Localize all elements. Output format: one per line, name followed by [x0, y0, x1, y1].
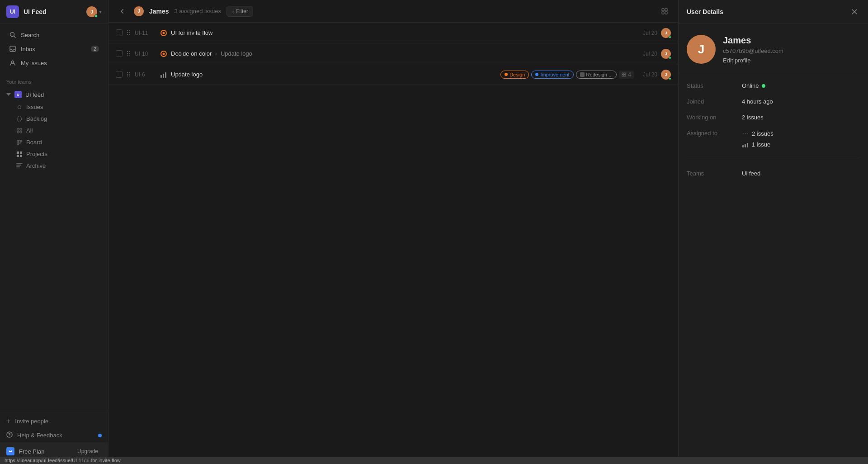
issue-tags: Design Improvement Redesign ... — [500, 71, 634, 79]
sidebar-item-archive[interactable]: Archive — [10, 160, 105, 171]
layout-toggle-button[interactable] — [658, 5, 671, 18]
chevron-down-icon — [6, 93, 11, 96]
svg-rect-17 — [665, 12, 667, 14]
sidebar-item-projects[interactable]: Projects — [10, 148, 105, 160]
status-progress-bar-icon[interactable] — [160, 71, 167, 78]
sidebar-item-search[interactable]: Search — [3, 28, 105, 42]
filter-button[interactable]: + Filter — [226, 6, 253, 17]
teams-value: Ui feed — [742, 170, 760, 177]
svg-rect-10 — [19, 140, 20, 143]
svg-rect-8 — [20, 131, 22, 133]
drag-handle-icon: ⠿ — [126, 71, 131, 78]
assignee-online-dot — [669, 57, 671, 59]
svg-rect-19 — [624, 73, 626, 75]
header-user-name: James — [149, 8, 169, 15]
issue-assignee-avatar: J — [661, 28, 671, 38]
assigned-to-row: Assigned to ··· 2 issues — [687, 130, 860, 148]
status-in-progress-icon[interactable] — [160, 29, 167, 37]
sidebar-header: UI UI Feed J ▾ — [0, 0, 108, 24]
header-issue-count: 3 assigned issues — [175, 8, 221, 14]
back-button[interactable] — [116, 5, 128, 18]
plus-icon: + — [6, 417, 10, 425]
app-title: UI Feed — [24, 8, 82, 15]
main-content: J James 3 assigned issues + Filter ⠿ — [108, 0, 678, 464]
projects-icon — [16, 151, 23, 157]
tag-improvement[interactable]: Improvement — [531, 71, 573, 79]
board-icon — [16, 139, 23, 146]
assigned-to-label: Assigned to — [687, 130, 736, 137]
issue-date: Jul 20 — [637, 51, 657, 57]
sidebar-item-all[interactable]: All — [10, 125, 105, 136]
url-bar: https://linear.app/ui-feed/issue/UI-11/u… — [0, 457, 868, 464]
joined-row: Joined 4 hours ago — [687, 98, 860, 105]
issues-icon — [16, 104, 23, 110]
upgrade-button[interactable]: Upgrade — [74, 447, 102, 456]
chevron-down-icon[interactable]: ▾ — [99, 9, 102, 15]
issue-title: Decide on color › Update logo — [171, 50, 634, 57]
svg-rect-6 — [20, 128, 22, 130]
status-in-progress-icon[interactable] — [160, 50, 167, 57]
user-details-text: James c5707b9b@uifeed.com Edit profile — [723, 35, 783, 64]
all-icon — [16, 128, 23, 134]
issue-checkbox[interactable] — [116, 50, 123, 57]
teams-row: Teams Ui feed — [687, 170, 860, 177]
plan-label: Free Plan — [19, 448, 69, 455]
panel-details: Status Online Joined 4 hours ago Working… — [679, 73, 868, 186]
tag-redesign[interactable]: Redesign ... — [576, 71, 617, 79]
svg-point-13 — [9, 436, 10, 436]
sidebar-team-header[interactable]: U Ui feed — [0, 88, 108, 101]
backlog-label: Backlog — [26, 115, 47, 122]
projects-label: Projects — [26, 151, 47, 157]
team-sub-items: Issues Backlog — [7, 101, 108, 171]
svg-rect-9 — [17, 140, 19, 145]
user-avatar-header[interactable]: J — [86, 6, 97, 17]
panel-title: User Details — [687, 8, 849, 15]
assigned-bar-row: 1 issue — [742, 141, 774, 148]
inbox-badge: 2 — [91, 46, 99, 52]
sidebar-item-backlog[interactable]: Backlog — [10, 113, 105, 124]
backlog-icon — [16, 116, 23, 122]
svg-rect-7 — [17, 131, 19, 133]
svg-point-4 — [17, 117, 22, 121]
working-on-label: Working on — [687, 114, 736, 121]
sidebar-item-issues[interactable]: Issues — [10, 101, 105, 113]
your-teams-label: Your teams — [0, 74, 108, 86]
sidebar: UI UI Feed J ▾ Search — [0, 0, 108, 464]
table-row[interactable]: ⠿ UI-11 UI for invite flow Jul 20 J — [108, 23, 678, 43]
invite-label: Invite people — [15, 418, 48, 425]
search-label: Search — [21, 32, 39, 38]
my-issues-icon — [9, 59, 16, 66]
status-value: Online — [742, 82, 765, 89]
assignee-online-dot — [669, 36, 671, 38]
bar-priority-icon — [742, 141, 749, 148]
invite-people-button[interactable]: + Invite people — [0, 414, 108, 428]
svg-rect-20 — [622, 75, 624, 76]
help-feedback-button[interactable]: Help & Feedback — [0, 428, 108, 442]
table-row[interactable]: ⠿ UI-6 Update logo Design — [108, 64, 678, 85]
url-text: https://linear.app/ui-feed/issue/UI-11/u… — [5, 458, 121, 463]
assigned-bar-value: 1 issue — [752, 141, 770, 148]
issue-assignee-avatar: J — [661, 70, 671, 80]
panel-user-info: J James c5707b9b@uifeed.com Edit profile — [679, 24, 868, 73]
drag-handle-icon: ⠿ — [126, 29, 131, 37]
main-header: J James 3 assigned issues + Filter — [108, 0, 678, 23]
sub-issues-count: 4 — [619, 71, 634, 79]
assigned-dots-row: ··· 2 issues — [742, 130, 774, 137]
tag-design[interactable]: Design — [500, 71, 529, 79]
sidebar-item-board[interactable]: Board — [10, 137, 105, 148]
issue-checkbox[interactable] — [116, 71, 123, 78]
svg-rect-5 — [17, 128, 19, 130]
sidebar-item-inbox[interactable]: Inbox 2 — [3, 42, 105, 56]
svg-rect-11 — [21, 140, 22, 142]
teams-label: Teams — [687, 170, 736, 177]
issue-title: UI for invite flow — [171, 29, 634, 36]
sidebar-footer: + Invite people Help & Feedback — [0, 410, 108, 464]
sidebar-item-my-issues[interactable]: My issues — [3, 56, 105, 70]
drag-handle-icon: ⠿ — [126, 50, 131, 57]
panel-header: User Details — [679, 0, 868, 24]
close-button[interactable] — [849, 6, 860, 17]
table-row[interactable]: ⠿ UI-10 Decide on color › Update logo Ju… — [108, 43, 678, 64]
issue-checkbox[interactable] — [116, 29, 123, 36]
assigned-dots-value: 2 issues — [752, 130, 774, 137]
edit-profile-link[interactable]: Edit profile — [723, 57, 783, 64]
